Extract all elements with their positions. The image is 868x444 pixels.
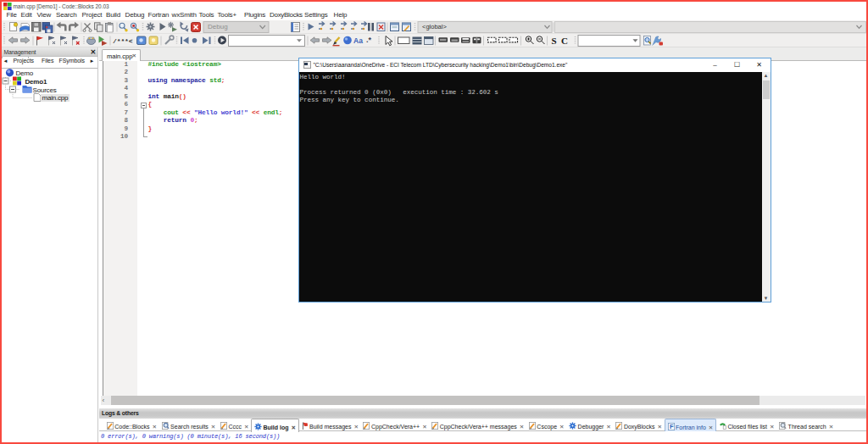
- svg-text:<global>: <global>: [422, 23, 447, 31]
- svg-text:*<: *<: [125, 37, 133, 45]
- svg-text:/**: /**: [113, 37, 125, 45]
- svg-text:.*: .*: [366, 36, 372, 44]
- svg-text:Debug: Debug: [208, 23, 228, 31]
- svg-text:S: S: [551, 36, 556, 46]
- svg-text:C: C: [561, 36, 568, 46]
- svg-text:F: F: [670, 423, 674, 430]
- svg-text:Aa: Aa: [353, 36, 363, 45]
